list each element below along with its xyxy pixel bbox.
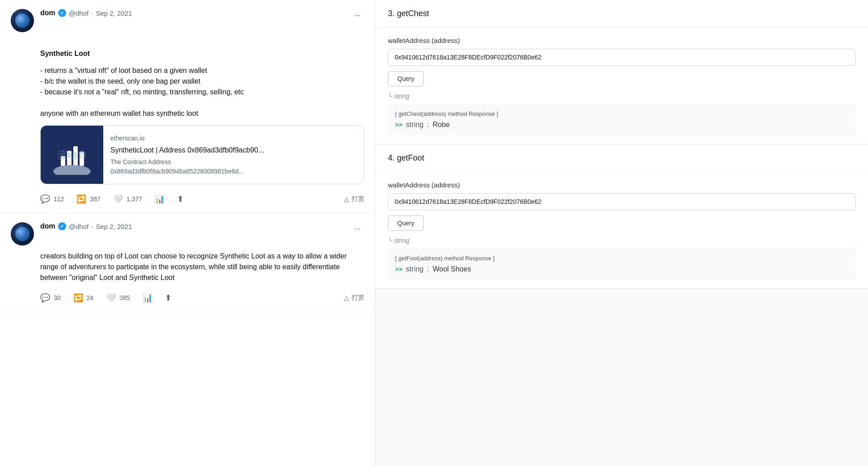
tweet-2-header: dom @dhof · Sep 2, 2021 ··· [11,222,364,246]
svg-rect-4 [80,152,84,166]
section-4-response-block: [ getFoot(address) method Response ] >> … [388,249,855,280]
tweet-2-reply-count: 30 [54,294,61,301]
twitter-feed: dom @dhof · Sep 2, 2021 ··· Synthetic Lo… [0,0,375,466]
section-4-response-arrow: >> [395,266,402,273]
tweet-2-share-btn[interactable]: ⬆ [165,293,172,303]
tweet-card-info-1: etherscan.io SyntheticLoot | Address 0x8… [103,126,271,184]
tweet-2-reply-btn[interactable]: 💬 30 [40,293,61,303]
section-3-response-colon: : [427,121,429,129]
section-4-header: 4. getFoot [375,144,868,172]
avatar-1 [11,9,34,32]
tweet-1-date: Sep 2, 2021 [96,9,132,17]
section-4-query-button[interactable]: Query [388,216,424,231]
section-4-field-label: walletAddress (address) [388,181,855,189]
contract-section-4: 4. getFoot walletAddress (address) Query… [375,144,868,289]
card-subtitle1-1: The Contract Address [110,157,264,167]
verified-icon-2 [58,222,66,230]
tweet-1-retweet-btn[interactable]: 🔁 387 [76,194,100,204]
tweet-1-more-button[interactable]: ··· [350,9,364,22]
tweet-1-content: Synthetic Loot - returns a "virtual nft"… [40,38,364,191]
reply-icon-2: 💬 [40,293,50,303]
section-3-fields: walletAddress (address) Query string [ g… [375,28,868,144]
section-3-response-val: Robe [433,121,450,129]
section-4-response-val: Wool Shoes [433,265,471,273]
section-3-response-arrow: >> [395,121,402,128]
tweet-1-dot: · [91,9,93,17]
avatar-inner-2 [11,222,34,246]
analytics-icon-2: 📊 [143,293,152,303]
svg-rect-1 [61,156,65,166]
section-4-response-type: string [406,265,423,273]
tweet-2-tip-label: 打赏 [352,294,364,302]
tweet-2-like-count: 385 [119,294,130,301]
tip-icon-1: △ [344,195,349,203]
svg-rect-3 [73,146,78,166]
tweet-1: dom @dhof · Sep 2, 2021 ··· Synthetic Lo… [0,0,375,213]
tweet-1-reply-btn[interactable]: 💬 112 [40,194,64,204]
tweet-1-share-btn[interactable]: ⬆ [177,194,184,204]
retweet-icon-1: 🔁 [76,194,86,204]
tweet-1-title-strong: Synthetic Loot [40,50,90,57]
section-4-address-input[interactable] [388,193,855,210]
tweet-2-body: creators building on top of Loot can cho… [40,251,364,283]
section-3-query-button[interactable]: Query [388,71,424,86]
analytics-icon-1: 📊 [155,194,164,204]
tweet-1-reply-count: 112 [54,195,64,203]
tweet-1-title: Synthetic Loot [40,38,364,59]
tweet-2-author: dom [40,222,55,230]
tweet-1-link-card[interactable]: 流动力 etherscan.io SyntheticLoot | Address… [40,125,364,184]
section-4-response-colon: : [427,265,429,273]
reply-icon-1: 💬 [40,194,50,204]
retweet-icon-2: 🔁 [73,293,83,303]
card-domain-1: etherscan.io [110,134,264,143]
share-icon-2: ⬆ [165,293,172,303]
section-4-response-label: [ getFoot(address) method Response ] [395,255,848,262]
tweet-2-retweet-count: 24 [87,294,94,301]
avatar-2 [11,222,34,246]
tweet-2-handle: @dhof [69,223,88,230]
card-title-1: SyntheticLoot | Address 0x869ad3dfb0f9ac… [110,145,264,156]
svg-rect-2 [67,151,72,166]
like-icon-1: 🤍 [113,194,123,204]
tweet-2-dot: · [91,223,93,230]
tweet-1-analytics-btn[interactable]: 📊 [155,194,164,204]
tweet-2-analytics-btn[interactable]: 📊 [143,293,152,303]
section-3-response-type: string [406,121,423,129]
tweet-2-tip-btn[interactable]: △ 打赏 [344,294,364,302]
tweet-2-like-btn[interactable]: 🤍 385 [106,293,130,303]
tweet-2-actions: 💬 30 🔁 24 🤍 385 📊 ⬆ △ 打赏 [40,293,364,303]
tip-icon-2: △ [344,294,349,301]
tweet-1-like-count: 1,377 [126,195,142,203]
tweet-1-meta: dom @dhof · Sep 2, 2021 [40,9,132,17]
tweet-1-retweet-count: 387 [90,195,100,203]
share-icon-1: ⬆ [177,194,184,204]
tweet-1-body: - returns a "virtual nft" of loot based … [40,65,364,119]
avatar-planet-2 [15,227,29,241]
etherscan-logo-svg [52,135,92,175]
tweet-1-handle: @dhof [69,9,88,17]
section-4-fields: walletAddress (address) Query string [ g… [375,172,868,288]
contract-section-3: 3. getChest walletAddress (address) Quer… [375,0,868,144]
tweet-1-tip-btn[interactable]: △ 打赏 [344,195,364,203]
section-3-field-label: walletAddress (address) [388,37,855,44]
avatar-inner-1 [11,9,34,32]
section-3-header: 3. getChest [375,0,868,28]
section-3-response-block: [ getChest(address) method Response ] >>… [388,104,855,135]
section-3-address-input[interactable] [388,49,855,66]
tweet-2: dom @dhof · Sep 2, 2021 ··· creators bui… [0,213,375,312]
tweet-2-retweet-btn[interactable]: 🔁 24 [73,293,94,303]
tweet-2-content: creators building on top of Loot can cho… [40,251,364,289]
tweet-1-header: dom @dhof · Sep 2, 2021 ··· [11,9,364,32]
tweet-2-author-row: dom @dhof · Sep 2, 2021 [40,222,132,230]
avatar-planet-1 [15,13,29,28]
tweet-1-like-btn[interactable]: 🤍 1,377 [113,194,142,204]
section-3-return-type: string [388,93,855,100]
tweet-1-actions: 💬 112 🔁 387 🤍 1,377 📊 ⬆ △ 打赏 [40,194,364,204]
tweet-2-date: Sep 2, 2021 [96,223,132,230]
tweet-2-more-button[interactable]: ··· [350,222,364,235]
tweet-1-author: dom [40,9,55,17]
card-subtitle2-1: 0x869ad3dfb0f9acb9094ba85228008981be6d..… [110,167,264,176]
section-4-response-value: >> string : Wool Shoes [395,265,848,273]
section-3-response-value: >> string : Robe [395,121,848,129]
tweet-1-author-row: dom @dhof · Sep 2, 2021 [40,9,132,17]
